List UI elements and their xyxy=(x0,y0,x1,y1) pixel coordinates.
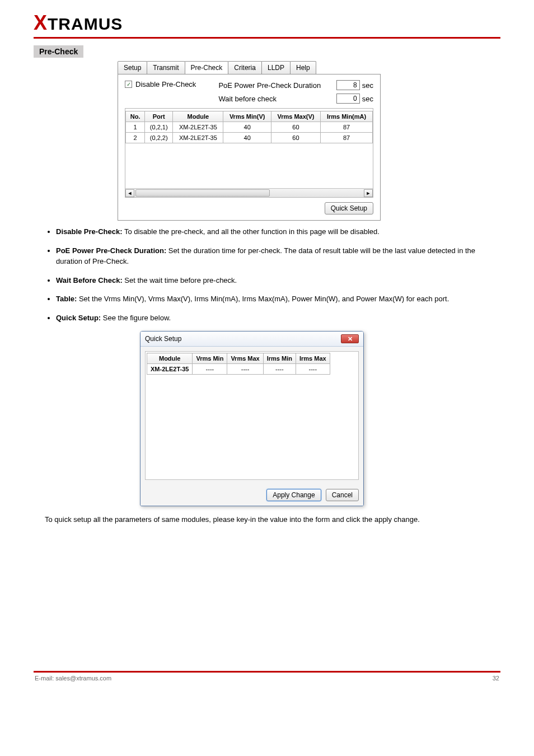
tab-transmit[interactable]: Transmit xyxy=(147,61,185,74)
th-no: No. xyxy=(126,111,145,122)
th-irmsmin: Irms Min(mA) xyxy=(321,111,373,122)
logo-x: X xyxy=(34,11,48,34)
th-vrmsmax: Vrms Max(V) xyxy=(271,111,320,122)
qth-vrmsmin: Vrms Min xyxy=(193,353,227,364)
tab-lldp[interactable]: LLDP xyxy=(261,61,291,74)
table-row[interactable]: 2 (0,2,2) XM-2LE2T-35 40 60 87 xyxy=(126,133,373,143)
logo-rest: TRAMUS xyxy=(48,15,123,33)
table-row[interactable]: 1 (0,2,1) XM-2LE2T-35 40 60 87 xyxy=(126,122,373,133)
list-item: PoE Power Pre-Check Duration: Set the du… xyxy=(56,245,500,267)
cancel-button[interactable]: Cancel xyxy=(326,489,359,501)
brand-logo: XTRAMUS xyxy=(34,11,500,35)
qth-irmsmax: Irms Max xyxy=(296,353,330,364)
list-item: Quick Setup: See the figure below. xyxy=(56,312,500,324)
section-title: Pre-Check xyxy=(34,45,83,58)
duration-label: PoE Power Pre-Check Duration xyxy=(218,81,334,90)
quick-setup-table: Module Vrms Min Vrms Max Irms Min Irms M… xyxy=(147,353,330,375)
qth-module: Module xyxy=(147,353,193,364)
tab-criteria[interactable]: Criteria xyxy=(228,61,262,74)
precheck-table: No. Port Module Vrms Min(V) Vrms Max(V) … xyxy=(125,111,373,143)
dialog-titlebar[interactable]: Quick Setup ✕ xyxy=(140,332,363,347)
scroll-right-icon[interactable]: ► xyxy=(364,189,373,197)
table-row[interactable]: XM-2LE2T-35 ---- ---- ---- ---- xyxy=(147,364,330,375)
list-item: Disable Pre-Check: To disable the pre-ch… xyxy=(56,226,500,237)
quick-setup-dialog: Quick Setup ✕ Module Vrms Min Vrms Max I… xyxy=(140,331,364,506)
tab-setup[interactable]: Setup xyxy=(118,61,147,74)
horizontal-scrollbar[interactable]: ◄ ► xyxy=(125,188,373,197)
scroll-thumb[interactable] xyxy=(135,189,270,197)
tab-precheck[interactable]: Pre-Check xyxy=(185,61,229,74)
precheck-table-area: No. Port Module Vrms Min(V) Vrms Max(V) … xyxy=(125,108,373,198)
qth-vrmsmax: Vrms Max xyxy=(227,353,263,364)
th-module: Module xyxy=(173,111,223,122)
th-vrmsmin: Vrms Min(V) xyxy=(223,111,271,122)
duration-input[interactable] xyxy=(336,80,360,90)
footer-page-number: 32 xyxy=(493,675,499,682)
quick-setup-button[interactable]: Quick Setup xyxy=(325,202,373,214)
sec-label-2: sec xyxy=(362,95,373,103)
th-port: Port xyxy=(145,111,173,122)
header-divider xyxy=(34,37,500,39)
close-icon[interactable]: ✕ xyxy=(341,334,359,343)
disable-precheck-checkbox[interactable]: ✓ xyxy=(125,81,132,88)
wait-input[interactable] xyxy=(336,94,360,104)
list-item: Wait Before Check: Set the wait time bef… xyxy=(56,275,500,286)
footer-email: E-mail: sales@xtramus.com xyxy=(35,675,111,682)
after-dialog-text: To quick setup all the parameters of sam… xyxy=(45,514,489,525)
disable-precheck-label: Disable Pre-Check xyxy=(135,80,196,88)
tab-strip: Setup Transmit Pre-Check Criteria LLDP H… xyxy=(118,61,500,74)
precheck-panel-wrap: Setup Transmit Pre-Check Criteria LLDP H… xyxy=(118,61,500,221)
list-item: Table: Set the Vrms Min(V), Vrms Max(V),… xyxy=(56,293,500,305)
wait-label: Wait before check xyxy=(218,95,334,103)
qth-irmsmin: Irms Min xyxy=(263,353,296,364)
description-list: Disable Pre-Check: To disable the pre-ch… xyxy=(56,226,500,323)
apply-change-button[interactable]: Apply Change xyxy=(266,489,321,501)
dialog-table-panel: Module Vrms Min Vrms Max Irms Min Irms M… xyxy=(145,351,359,480)
page-footer: E-mail: sales@xtramus.com 32 xyxy=(34,673,500,682)
precheck-panel: ✓ Disable Pre-Check PoE Power Pre-Check … xyxy=(118,74,381,221)
dialog-footer: Apply Change Cancel xyxy=(140,484,363,506)
sec-label-1: sec xyxy=(362,81,373,90)
scroll-left-icon[interactable]: ◄ xyxy=(125,189,134,197)
dialog-body: Module Vrms Min Vrms Max Irms Min Irms M… xyxy=(140,347,363,484)
dialog-title: Quick Setup xyxy=(145,335,181,343)
tab-help[interactable]: Help xyxy=(290,61,316,74)
